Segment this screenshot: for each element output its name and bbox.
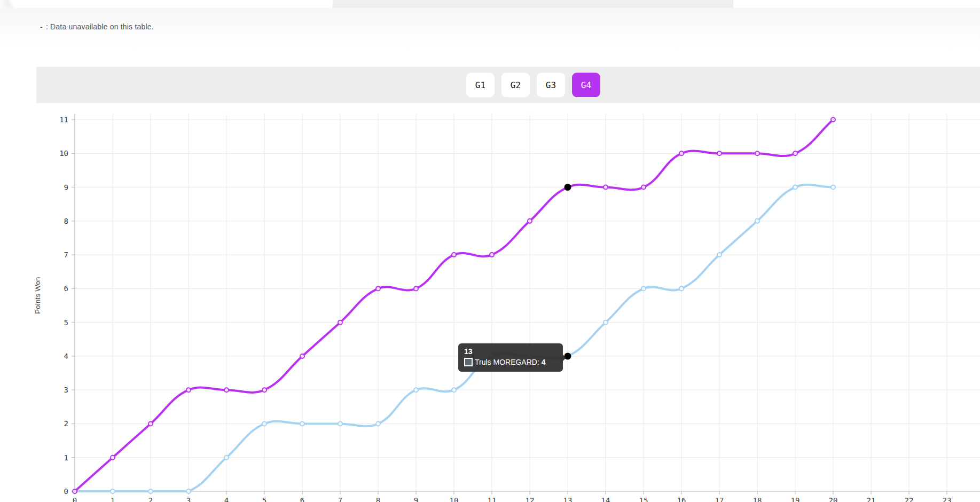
svg-text:1: 1 — [64, 453, 68, 462]
svg-text:0: 0 — [73, 496, 77, 502]
tooltip-series-label: Truls MOREGARD: 4 — [475, 358, 546, 366]
svg-text:8: 8 — [64, 217, 68, 225]
svg-text:15: 15 — [639, 496, 648, 502]
game-tab-g4[interactable]: G4 — [572, 73, 600, 97]
game-selector: G1G2G3G4 — [466, 73, 600, 97]
tooltip-row: Truls MOREGARD: 4 — [464, 358, 558, 366]
top-tab-remnant-white — [36, 0, 333, 8]
svg-text:4: 4 — [224, 496, 229, 502]
game-selector-band: G1G2G3G4 — [36, 67, 980, 103]
svg-text:5: 5 — [64, 318, 68, 327]
series-color-swatch — [464, 358, 473, 366]
svg-text:2: 2 — [148, 496, 153, 502]
svg-text:6: 6 — [300, 496, 304, 502]
svg-text:22: 22 — [905, 496, 914, 502]
chart-tooltip: 13 Truls MOREGARD: 4 — [458, 343, 563, 372]
svg-text:7: 7 — [338, 496, 342, 502]
svg-text:14: 14 — [601, 496, 610, 502]
svg-text:17: 17 — [715, 496, 724, 502]
points-won-chart[interactable]: 0123456789101101234567891011121314151617… — [0, 101, 980, 502]
svg-text:3: 3 — [64, 386, 68, 394]
tooltip-title: 13 — [464, 347, 558, 356]
svg-text:9: 9 — [64, 183, 68, 192]
svg-text:6: 6 — [64, 284, 68, 293]
game-tab-g3[interactable]: G3 — [537, 73, 565, 97]
svg-text:3: 3 — [186, 496, 191, 502]
svg-text:23: 23 — [943, 496, 952, 502]
svg-text:13: 13 — [563, 496, 573, 502]
svg-text:2: 2 — [64, 419, 68, 428]
note-text: : Data unavailable on this table. — [46, 22, 154, 31]
svg-text:4: 4 — [64, 352, 68, 360]
svg-text:5: 5 — [262, 496, 266, 502]
svg-text:9: 9 — [414, 496, 418, 502]
game-tab-g2[interactable]: G2 — [501, 73, 530, 97]
game-tab-g1[interactable]: G1 — [466, 73, 495, 97]
svg-text:8: 8 — [376, 496, 380, 502]
svg-text:18: 18 — [753, 496, 762, 502]
data-unavailable-note: -: Data unavailable on this table. — [40, 22, 154, 31]
svg-text:20: 20 — [829, 496, 838, 502]
svg-text:1: 1 — [111, 496, 115, 502]
svg-text:7: 7 — [64, 250, 68, 259]
note-dash: - — [40, 22, 43, 31]
svg-text:16: 16 — [677, 496, 686, 502]
svg-text:10: 10 — [59, 149, 68, 158]
svg-text:0: 0 — [64, 487, 68, 496]
svg-text:11: 11 — [488, 496, 497, 502]
y-axis-title: Points Won — [34, 277, 42, 313]
top-tab-remnant-gray — [333, 0, 733, 8]
svg-text:10: 10 — [450, 496, 459, 502]
svg-text:12: 12 — [526, 496, 535, 502]
tooltip-value: 4 — [542, 358, 546, 366]
svg-text:21: 21 — [867, 496, 876, 502]
svg-text:11: 11 — [59, 115, 68, 124]
svg-text:19: 19 — [791, 496, 800, 502]
